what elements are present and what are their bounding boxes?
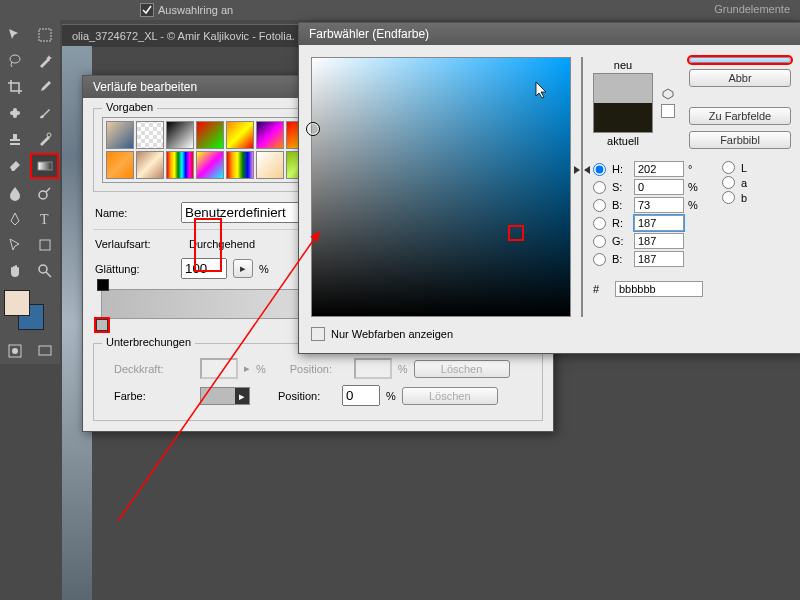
- move-tool-icon[interactable]: [1, 23, 29, 47]
- g-radio[interactable]: [593, 235, 606, 248]
- preset-swatch[interactable]: [226, 151, 254, 179]
- color-stop-left[interactable]: [96, 319, 108, 331]
- preset-swatch[interactable]: [136, 121, 164, 149]
- percent-label: %: [259, 263, 269, 275]
- preset-swatch[interactable]: [106, 121, 134, 149]
- farbe-row: Farbe: ▸ Position: % Löschen: [114, 385, 522, 406]
- g-input[interactable]: [634, 233, 684, 249]
- zoom-tool-icon[interactable]: [31, 259, 59, 283]
- brush-tool-icon[interactable]: [31, 101, 59, 125]
- eyedropper-tool-icon[interactable]: [31, 75, 59, 99]
- webfarben-checkbox[interactable]: [311, 327, 325, 341]
- svg-rect-0: [39, 29, 51, 41]
- crop-tool-icon[interactable]: [1, 75, 29, 99]
- color-values-column: neu aktuell Abbr Zu Farbfelde Fa: [593, 57, 791, 341]
- gradient-tool-icon[interactable]: [30, 153, 59, 179]
- blur-tool-icon[interactable]: [1, 181, 29, 205]
- eraser-tool-icon[interactable]: [1, 153, 28, 177]
- sv-cursor[interactable]: [306, 122, 320, 136]
- lasso-tool-icon[interactable]: [1, 49, 29, 73]
- hand-tool-icon[interactable]: [1, 259, 29, 283]
- color-swatches[interactable]: [4, 290, 44, 330]
- add-swatch-button[interactable]: Zu Farbfelde: [689, 107, 791, 125]
- r-input[interactable]: [634, 215, 684, 231]
- gamut-warning-icon[interactable]: [662, 88, 674, 100]
- deckkraft-row: Deckkraft: ▸ % Position: % Löschen: [114, 358, 522, 379]
- verlaufsart-value[interactable]: Durchgehend: [181, 236, 263, 252]
- verlaufsart-label: Verlaufsart:: [95, 238, 175, 250]
- preset-swatch[interactable]: [196, 121, 224, 149]
- svg-point-12: [12, 348, 18, 354]
- dodge-tool-icon[interactable]: [31, 181, 59, 205]
- quickmask-icon[interactable]: [1, 339, 29, 363]
- deckkraft-stepper: ▸: [244, 362, 250, 375]
- preset-swatch[interactable]: [226, 121, 254, 149]
- svg-rect-4: [10, 143, 20, 145]
- wand-tool-icon[interactable]: [31, 49, 59, 73]
- ok-button[interactable]: [689, 57, 791, 63]
- b2-input[interactable]: [634, 251, 684, 267]
- svg-text:T: T: [40, 212, 49, 227]
- foreground-swatch[interactable]: [4, 290, 30, 316]
- shape-tool-icon[interactable]: [31, 233, 59, 257]
- type-tool-icon[interactable]: T: [31, 207, 59, 231]
- svg-rect-13: [39, 346, 51, 355]
- preset-swatch[interactable]: [136, 151, 164, 179]
- pen-tool-icon[interactable]: [1, 207, 29, 231]
- screenmode-icon[interactable]: [31, 339, 59, 363]
- glaettung-stepper[interactable]: ▸: [233, 259, 253, 278]
- loeschen1-button: Löschen: [414, 360, 510, 378]
- websafe-swatch[interactable]: [661, 104, 675, 118]
- preset-swatch[interactable]: [106, 151, 134, 179]
- preset-swatch[interactable]: [196, 151, 224, 179]
- preset-swatch[interactable]: [256, 121, 284, 149]
- current-color-swatch[interactable]: [594, 103, 652, 132]
- b-radio[interactable]: [593, 199, 606, 212]
- svg-point-1: [10, 55, 20, 63]
- hash-label: #: [593, 283, 611, 295]
- cancel-button[interactable]: Abbr: [689, 69, 791, 87]
- bb-radio[interactable]: [722, 191, 735, 204]
- stamp-tool-icon[interactable]: [1, 127, 29, 151]
- preset-swatch[interactable]: [166, 151, 194, 179]
- hex-input[interactable]: [615, 281, 703, 297]
- svg-rect-3: [13, 108, 17, 118]
- hue-slider[interactable]: [581, 57, 583, 317]
- history-brush-icon[interactable]: [31, 127, 59, 151]
- color-dialog-title[interactable]: Farbwähler (Endfarbe): [299, 23, 800, 45]
- aktuell-label: aktuell: [593, 135, 653, 147]
- r-radio[interactable]: [593, 217, 606, 230]
- farbe-swatch[interactable]: [201, 388, 235, 404]
- loeschen2-button: Löschen: [402, 387, 498, 405]
- saturation-value-field[interactable]: [311, 57, 571, 317]
- path-select-icon[interactable]: [1, 233, 29, 257]
- new-color-swatch[interactable]: [594, 74, 652, 103]
- position2-input[interactable]: [342, 385, 380, 406]
- position1-input: [354, 358, 392, 379]
- panel-label: Grundelemente: [714, 3, 790, 15]
- neu-label: neu: [593, 59, 653, 71]
- s-radio[interactable]: [593, 181, 606, 194]
- b-input[interactable]: [634, 197, 684, 213]
- document-tab[interactable]: olia_3724672_XL - © Amir Kaljikovic - Fo…: [62, 24, 306, 47]
- preset-swatch[interactable]: [256, 151, 284, 179]
- a-radio[interactable]: [722, 176, 735, 189]
- h-input[interactable]: [634, 161, 684, 177]
- b2-radio[interactable]: [593, 253, 606, 266]
- checkbox-auswahlring[interactable]: [140, 3, 154, 17]
- preset-swatch[interactable]: [166, 121, 194, 149]
- glaettung-label: Glättung:: [95, 263, 175, 275]
- l-radio[interactable]: [722, 161, 735, 174]
- webfarben-label: Nur Webfarben anzeigen: [331, 328, 453, 340]
- h-radio[interactable]: [593, 163, 606, 176]
- s-input[interactable]: [634, 179, 684, 195]
- healing-tool-icon[interactable]: [1, 101, 29, 125]
- position2-label: Position:: [278, 390, 336, 402]
- farbe-dropdown-icon[interactable]: ▸: [235, 388, 249, 404]
- svg-rect-6: [38, 162, 52, 170]
- opacity-stop-left[interactable]: [97, 279, 107, 289]
- marquee-tool-icon[interactable]: [31, 23, 59, 47]
- color-libraries-button[interactable]: Farbbibl: [689, 131, 791, 149]
- glaettung-input[interactable]: [181, 258, 227, 279]
- unterbrechungen-fieldset: Unterbrechungen Deckkraft: ▸ % Position:…: [93, 343, 543, 421]
